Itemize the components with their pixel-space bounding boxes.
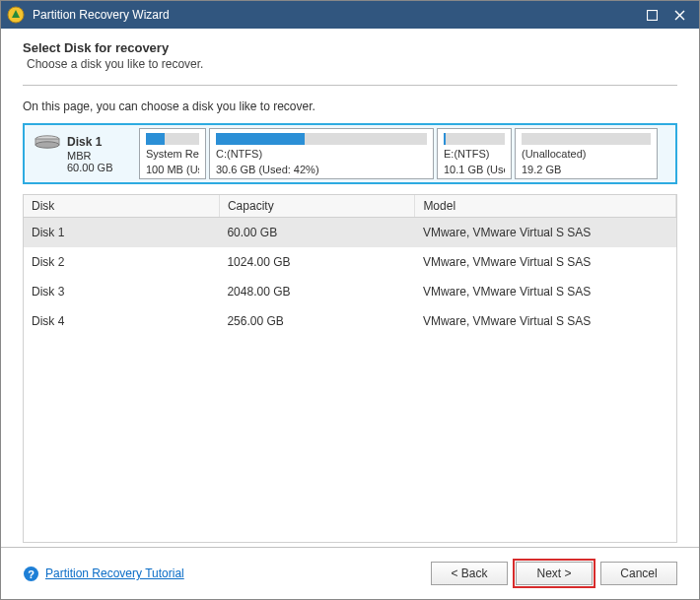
maximize-button[interactable] bbox=[638, 1, 665, 29]
back-button[interactable]: < Back bbox=[431, 562, 508, 585]
cell-model: VMware, VMware Virtual S SAS bbox=[415, 306, 676, 336]
partition-label: System Reser bbox=[146, 148, 199, 161]
partition-block[interactable]: E:(NTFS)10.1 GB (Used: bbox=[437, 128, 512, 179]
col-disk[interactable]: Disk bbox=[24, 195, 219, 218]
disk-summary: Disk 1 MBR 60.00 GB bbox=[28, 128, 136, 179]
partition-usage-bar bbox=[216, 133, 427, 145]
table-row[interactable]: Disk 21024.00 GBVMware, VMware Virtual S… bbox=[24, 247, 676, 277]
help-link[interactable]: ? Partition Recovery Tutorial bbox=[23, 566, 184, 582]
disk-name: Disk 1 bbox=[67, 135, 102, 149]
divider bbox=[23, 85, 677, 86]
col-model[interactable]: Model bbox=[415, 195, 676, 218]
cell-disk: Disk 3 bbox=[24, 277, 219, 306]
partition-block[interactable]: (Unallocated)19.2 GB bbox=[515, 128, 658, 179]
partition-sublabel: 10.1 GB (Used: bbox=[444, 164, 505, 176]
partition-sublabel: 100 MB (Used: bbox=[146, 164, 199, 176]
page-heading: Select Disk for recovery bbox=[23, 40, 677, 55]
table-row[interactable]: Disk 4256.00 GBVMware, VMware Virtual S … bbox=[24, 306, 676, 336]
partition-block[interactable]: System Reser100 MB (Used: bbox=[139, 128, 206, 179]
cell-capacity: 2048.00 GB bbox=[219, 277, 414, 306]
partition-usage-bar bbox=[522, 133, 651, 145]
titlebar: Partition Recovery Wizard bbox=[1, 1, 699, 29]
help-link-label: Partition Recovery Tutorial bbox=[45, 567, 184, 580]
cell-model: VMware, VMware Virtual S SAS bbox=[415, 277, 676, 306]
cell-capacity: 60.00 GB bbox=[219, 218, 414, 248]
disk-size: 60.00 GB bbox=[67, 162, 130, 174]
wizard-footer: ? Partition Recovery Tutorial < Back Nex… bbox=[1, 547, 699, 599]
partition-label: (Unallocated) bbox=[522, 148, 651, 161]
partition-sublabel: 30.6 GB (Used: 42%) bbox=[216, 164, 427, 176]
page-subheading: Choose a disk you like to recover. bbox=[23, 57, 677, 71]
partition-sublabel: 19.2 GB bbox=[522, 164, 651, 176]
cell-disk: Disk 2 bbox=[24, 247, 219, 277]
cancel-button[interactable]: Cancel bbox=[600, 562, 677, 585]
partition-label: E:(NTFS) bbox=[444, 148, 505, 161]
svg-point-6 bbox=[35, 142, 59, 148]
next-button[interactable]: Next > bbox=[516, 562, 593, 585]
close-button[interactable] bbox=[665, 1, 693, 29]
table-header-row: Disk Capacity Model bbox=[24, 195, 676, 218]
cell-capacity: 256.00 GB bbox=[219, 306, 414, 336]
svg-text:?: ? bbox=[28, 567, 35, 579]
cell-disk: Disk 4 bbox=[24, 306, 219, 336]
cell-model: VMware, VMware Virtual S SAS bbox=[415, 218, 676, 248]
table-row[interactable]: Disk 32048.00 GBVMware, VMware Virtual S… bbox=[24, 277, 676, 306]
cell-disk: Disk 1 bbox=[24, 218, 219, 248]
partition-label: C:(NTFS) bbox=[216, 148, 427, 161]
table-row[interactable]: Disk 160.00 GBVMware, VMware Virtual S S… bbox=[24, 218, 676, 248]
disk-icon bbox=[34, 133, 61, 151]
disk-layout[interactable]: Disk 1 MBR 60.00 GB System Reser100 MB (… bbox=[23, 123, 677, 184]
disk-table: Disk Capacity Model Disk 160.00 GBVMware… bbox=[23, 194, 677, 543]
partition-block[interactable]: C:(NTFS)30.6 GB (Used: 42%) bbox=[209, 128, 434, 179]
cell-capacity: 1024.00 GB bbox=[219, 247, 414, 277]
partition-usage-bar bbox=[146, 133, 199, 145]
partition-usage-bar bbox=[444, 133, 505, 145]
col-capacity[interactable]: Capacity bbox=[219, 195, 414, 218]
wizard-content: Select Disk for recovery Choose a disk y… bbox=[1, 29, 699, 547]
svg-rect-1 bbox=[647, 10, 657, 20]
window-title: Partition Recovery Wizard bbox=[33, 8, 638, 22]
app-icon bbox=[7, 6, 25, 24]
cell-model: VMware, VMware Virtual S SAS bbox=[415, 247, 676, 277]
instruction-text: On this page, you can choose a disk you … bbox=[23, 100, 677, 113]
help-icon: ? bbox=[23, 566, 39, 582]
